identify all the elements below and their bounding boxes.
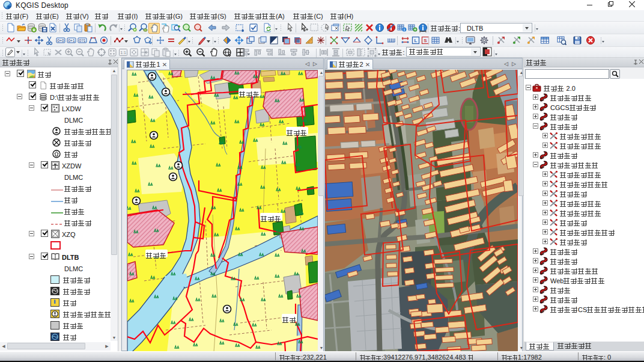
svg-text:0?1: 0?1 xyxy=(79,38,86,43)
svg-text:0+1: 0+1 xyxy=(68,38,74,43)
svg-text:1:1: 1:1 xyxy=(120,51,126,55)
svg-text:0+0: 0+0 xyxy=(57,38,64,43)
svg-text:L: L xyxy=(415,38,418,43)
svg-text:S: S xyxy=(424,38,427,43)
